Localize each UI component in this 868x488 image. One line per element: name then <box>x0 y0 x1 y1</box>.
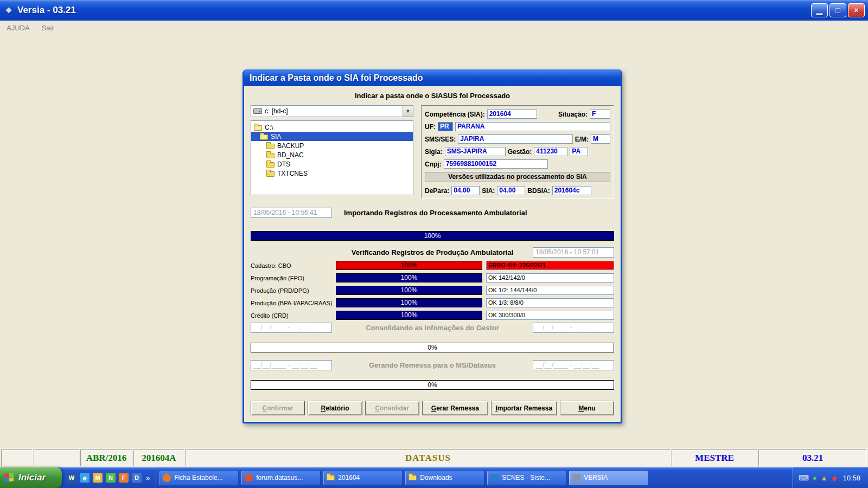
drive-combo-dropdown-button[interactable]: ▼ <box>403 106 413 117</box>
em-field[interactable]: M <box>591 134 610 144</box>
ie-icon[interactable]: e <box>80 473 90 483</box>
status-competencia: 201604A <box>133 450 184 466</box>
keyboard-layout-icon[interactable]: ⌨ <box>799 474 809 481</box>
folder-icon <box>266 171 275 177</box>
dialog-header-label: Indicar a pasta onde o SIASUS foi Proces… <box>251 92 614 100</box>
status-period: ABR/2016 <box>80 450 132 466</box>
competencia-field[interactable]: 201604 <box>487 110 537 119</box>
task-scnes[interactable]: SCNES - Siste... <box>487 470 566 486</box>
cnpj-field[interactable]: 75969881000152 <box>444 159 548 169</box>
info-panel: Competência (SIA): 201604 Situação: F UF… <box>421 105 614 199</box>
verify-status-field: OK 1/2: 144/144/0 <box>486 286 614 295</box>
verify-progress-bar: 100% <box>336 286 482 295</box>
minimize-button[interactable]: ▁ <box>811 3 828 17</box>
maximize-button[interactable]: □ <box>829 3 846 17</box>
word-icon[interactable]: W <box>67 473 76 483</box>
verify-row-label: Cadastro: CBO <box>251 262 332 269</box>
remessa-progress-value: 0% <box>251 381 614 389</box>
consolidar-section-label: Consolidando as Infomações do Gestor <box>332 324 533 332</box>
task-folder-downloads[interactable]: Downloads <box>405 470 484 486</box>
uf-field[interactable]: PR <box>438 122 453 131</box>
consolidar-progress-bar: 0% <box>251 343 614 352</box>
open-folder-icon <box>254 125 262 131</box>
drive-combo-value: c: [hd-c] <box>265 107 288 115</box>
em-label: E/M: <box>575 136 589 143</box>
folder-item-backup[interactable]: BACKUP <box>251 141 413 150</box>
sigla-field[interactable]: SMS-JAPIRA <box>445 147 506 156</box>
antivirus-icon[interactable]: ◆ <box>831 474 837 481</box>
folder-item-c[interactable]: C:\ <box>251 123 413 132</box>
folder-label: BACKUP <box>277 142 304 150</box>
close-button[interactable]: × <box>848 3 865 17</box>
menu-item-sair[interactable]: Sair <box>42 24 54 32</box>
task-forum-datasus[interactable]: forum.datasus... <box>241 470 321 486</box>
browser-page-icon <box>245 474 253 482</box>
quick-launch-overflow-icon[interactable]: » <box>145 474 151 482</box>
importar-remessa-button[interactable]: Importar Remessa <box>491 401 557 415</box>
status-cell-empty-2 <box>34 450 79 466</box>
drive-combo[interactable]: c: [hd-c] ▼ <box>251 105 413 117</box>
quick-launch: W e M N F D » <box>62 467 156 488</box>
verify-progress-bar: 100% <box>336 261 482 270</box>
dialog-title: Indicar a Pasta onde o SIA foi Processad… <box>244 69 621 86</box>
task-versia[interactable]: VERSIA <box>569 470 648 486</box>
mail-icon[interactable]: M <box>93 473 103 483</box>
import-timestamp: 18/05/2016 - 10:56:41 <box>251 208 332 218</box>
messenger-icon[interactable]: N <box>106 473 116 483</box>
status-user: MESTRE <box>672 450 757 466</box>
verify-row-label: Programação (FPO) <box>251 275 332 281</box>
system-tray: ⌨ ● ▲ ◆ 10:58 <box>793 467 868 488</box>
situacao-label: Situação: <box>558 111 588 118</box>
taskbar-tasks: Ficha Estabele... forum.datasus... 20160… <box>156 467 793 488</box>
folder-item-bd-nac[interactable]: BD_NAC <box>251 150 413 159</box>
sia-version-field[interactable]: 04.00 <box>497 186 525 195</box>
folder-item-dts[interactable]: DTS <box>251 159 413 169</box>
folder-item-sia[interactable]: SIA <box>251 132 413 141</box>
browser-page-icon <box>163 474 171 482</box>
task-label: VERSIA <box>584 474 608 481</box>
gestao-pa-field[interactable]: PA <box>570 147 588 156</box>
remessa-end-timestamp: __/__/____ - __:__:__ <box>533 360 614 370</box>
verify-timestamp: 18/05/2016 - 10:57:01 <box>533 247 614 258</box>
browser-icon[interactable]: F <box>119 473 129 483</box>
remessa-start-timestamp: __/__/____ - __:__:__ <box>251 360 332 370</box>
sms-ses-label: SMS/SES: <box>425 136 456 143</box>
verify-section-label: Verificando Registros de Produção Ambula… <box>332 248 533 256</box>
verify-row-label: Crédito (CRD) <box>251 312 332 319</box>
consolidar-button[interactable]: Consolidar <box>365 401 419 415</box>
verify-progress-bar: 100% <box>336 311 482 320</box>
desktop-icon[interactable]: D <box>132 473 142 483</box>
folder-icon <box>266 153 275 158</box>
folder-item-txtcnes[interactable]: TXTCNES <box>251 169 413 178</box>
depara-label: DePara: <box>425 187 449 195</box>
competencia-label: Competência (SIA): <box>425 111 485 118</box>
remessa-progress-bar: 0% <box>251 380 614 390</box>
confirmar-button[interactable]: Confirmar <box>251 401 305 415</box>
verify-progress-value: 100% <box>336 299 482 307</box>
remessa-section-label: Gerando Remessa para o MS/Datasus <box>332 361 533 369</box>
relatorio-button[interactable]: Relatório <box>308 401 362 415</box>
menu-item-ajuda[interactable]: AJUDA <box>7 24 30 32</box>
depara-field[interactable]: 04.00 <box>451 186 480 195</box>
bdsia-field[interactable]: 201604c <box>552 186 591 195</box>
verify-status-field: OK 1/3: 8/8/0 <box>486 298 614 307</box>
menu-button[interactable]: Menu <box>560 401 614 415</box>
verify-progress-value: 100% <box>336 274 482 282</box>
uf-name-field[interactable]: PARANA <box>455 122 610 131</box>
verify-progress-value: 100% <box>336 311 482 319</box>
windows-flag-icon <box>4 473 15 483</box>
verify-row-cadastro-cbo: Cadastro: CBO 100% ERRO 4/4: 226/226/1 <box>251 261 614 270</box>
folder-label: SIA <box>271 133 281 140</box>
status-bar: ABR/2016 201604A DATASUS MESTRE 03.21 <box>0 448 868 467</box>
task-folder-201604[interactable]: 201604 <box>323 470 403 486</box>
gerar-remessa-button[interactable]: Gerar Remessa <box>422 401 488 415</box>
folder-label: C:\ <box>265 124 273 131</box>
task-ficha-estabele[interactable]: Ficha Estabele... <box>159 470 239 486</box>
verify-row-credito-crd: Crédito (CRD) 100% OK 300/300/0 <box>251 311 614 320</box>
network-status-icon[interactable]: ● <box>813 474 817 481</box>
situacao-field[interactable]: F <box>590 110 610 119</box>
warning-icon[interactable]: ▲ <box>821 474 828 481</box>
gestao-field[interactable]: 411230 <box>534 147 567 156</box>
start-button[interactable]: Iniciar <box>0 467 62 488</box>
sms-ses-field[interactable]: JAPIRA <box>458 134 572 144</box>
